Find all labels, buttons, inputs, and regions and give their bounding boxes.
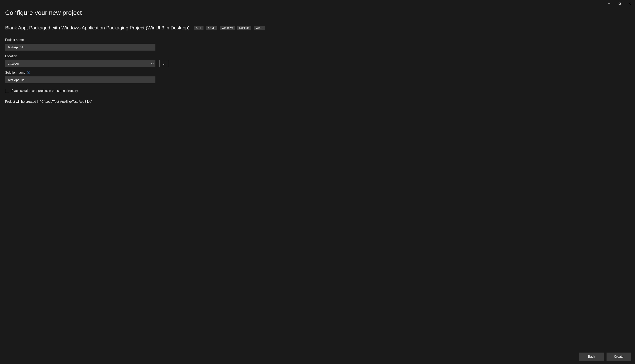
minimize-button[interactable] <box>604 0 614 7</box>
template-name: Blank App, Packaged with Windows Applica… <box>5 25 189 30</box>
project-name-input[interactable] <box>5 44 155 50</box>
close-button[interactable] <box>625 0 635 7</box>
template-header-row: Blank App, Packaged with Windows Applica… <box>5 25 630 30</box>
content-area: Configure your new project Blank App, Pa… <box>0 7 635 352</box>
back-button[interactable]: Back <box>579 352 604 361</box>
minimize-icon <box>608 2 610 5</box>
svg-rect-1 <box>619 3 620 4</box>
tag-winui: WinUI <box>254 26 265 30</box>
tag-list: C++ XAML Windows Desktop WinUI <box>194 26 265 30</box>
solution-name-label: Solution name <box>5 71 25 74</box>
tag-xaml: XAML <box>206 26 217 30</box>
creation-path-text: Project will be created in "C:\code\Test… <box>5 100 630 104</box>
location-field: Location <box>5 54 155 67</box>
maximize-button[interactable] <box>614 0 625 7</box>
close-icon <box>629 2 631 5</box>
same-directory-label: Place solution and project in the same d… <box>12 89 78 93</box>
same-directory-checkbox[interactable] <box>5 89 9 93</box>
info-icon[interactable]: i <box>27 71 30 74</box>
solution-name-field: Solution name i <box>5 71 155 83</box>
tag-desktop: Desktop <box>237 26 251 30</box>
create-button[interactable]: Create <box>606 352 631 361</box>
tag-cpp: C++ <box>194 26 203 30</box>
location-combo[interactable] <box>5 60 155 67</box>
titlebar <box>0 0 635 7</box>
browse-button[interactable]: ... <box>159 60 169 67</box>
tag-windows: Windows <box>220 26 235 30</box>
solution-name-input[interactable] <box>5 76 155 83</box>
same-directory-checkbox-row: Place solution and project in the same d… <box>5 89 630 93</box>
location-label: Location <box>5 54 17 58</box>
footer: Back Create <box>0 352 635 364</box>
maximize-icon <box>618 2 621 5</box>
page-title: Configure your new project <box>5 9 630 16</box>
project-name-label: Project name <box>5 38 24 42</box>
project-name-field: Project name <box>5 38 155 50</box>
